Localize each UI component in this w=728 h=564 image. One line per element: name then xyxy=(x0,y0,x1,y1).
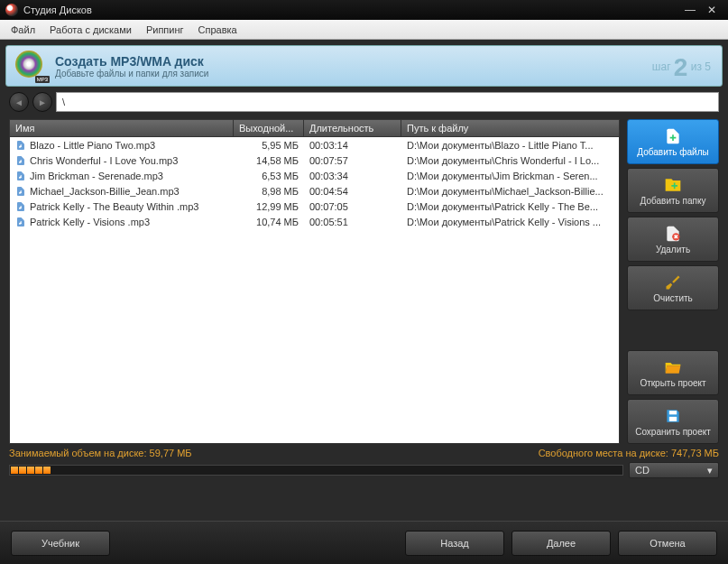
path-row: ◄ ► xyxy=(9,92,719,112)
nav-forward-button[interactable]: ► xyxy=(32,92,52,112)
music-file-icon xyxy=(15,171,26,181)
file-row[interactable]: Michael_Jackson-Billie_Jean.mp38,98 МБ00… xyxy=(10,183,619,199)
file-path: D:\Мои документы\Jim Brickman - Seren... xyxy=(401,171,619,181)
file-name: Michael_Jackson-Billie_Jean.mp3 xyxy=(30,186,180,197)
open-project-button[interactable]: Открыть проект xyxy=(627,350,719,395)
music-file-icon xyxy=(15,186,26,197)
col-header-name[interactable]: Имя xyxy=(10,120,234,136)
menu-help[interactable]: Справка xyxy=(191,22,244,38)
next-button[interactable]: Далее xyxy=(511,531,611,556)
file-plus-icon xyxy=(664,127,682,145)
titlebar: Студия Дисков — ✕ xyxy=(0,0,728,20)
file-path: D:\Мои документы\Patrick Kelly - The Be.… xyxy=(401,201,619,212)
music-file-icon xyxy=(15,201,26,212)
file-pane: Имя Выходной... Длительность Путь к файл… xyxy=(9,119,620,444)
banner-title: Создать MP3/WMA диск xyxy=(55,54,208,69)
file-name: Jim Brickman - Serenade.mp3 xyxy=(30,171,163,181)
file-row[interactable]: Chris Wonderful - I Love You.mp314,58 МБ… xyxy=(10,153,619,168)
folder-plus-icon xyxy=(664,176,682,194)
free-space: Свободного места на диске: 747,73 МБ xyxy=(539,448,719,458)
broom-icon xyxy=(664,273,682,291)
file-row[interactable]: Patrick Kelly - Visions .mp310,74 МБ00:0… xyxy=(10,214,619,229)
minimize-button[interactable]: — xyxy=(679,4,701,16)
capacity-bar xyxy=(9,465,623,476)
file-duration: 00:07:05 xyxy=(304,201,401,212)
file-size: 12,99 МБ xyxy=(234,201,304,212)
svg-rect-2 xyxy=(669,416,677,421)
file-size: 8,98 МБ xyxy=(234,186,304,197)
back-button[interactable]: Назад xyxy=(405,531,504,556)
status-bar: Занимаемый объем на диске: 59,77 МБ Своб… xyxy=(9,448,719,458)
file-size: 14,58 МБ xyxy=(234,155,304,166)
used-space: Занимаемый объем на диске: 59,77 МБ xyxy=(9,448,192,458)
chevron-down-icon: ▾ xyxy=(707,465,713,476)
file-path: D:\Мои документы\Chris Wonderful - I Lo.… xyxy=(401,155,619,166)
col-header-path[interactable]: Путь к файлу xyxy=(401,120,619,136)
music-file-icon xyxy=(15,140,26,151)
music-file-icon xyxy=(15,155,26,166)
disc-icon: MP3 xyxy=(15,51,46,81)
tutorial-button[interactable]: Учебник xyxy=(11,531,110,556)
file-size: 5,95 МБ xyxy=(234,140,304,151)
file-duration: 00:03:34 xyxy=(304,171,401,181)
nav-back-button[interactable]: ◄ xyxy=(9,92,29,112)
cancel-button[interactable]: Отмена xyxy=(618,531,717,556)
file-name: Patrick Kelly - The Beauty Within .mp3 xyxy=(30,201,198,212)
menu-file[interactable]: Файл xyxy=(4,22,42,38)
disc-type-select[interactable]: CD ▾ xyxy=(629,462,719,478)
clear-button[interactable]: Очистить xyxy=(627,265,719,310)
file-delete-icon xyxy=(664,225,682,243)
file-duration: 00:03:14 xyxy=(304,140,401,151)
file-header: Имя Выходной... Длительность Путь к файл… xyxy=(9,119,620,137)
menubar: Файл Работа с дисками Риппинг Справка xyxy=(0,20,728,40)
app-logo-icon xyxy=(5,4,18,16)
file-size: 10,74 МБ xyxy=(234,217,304,227)
file-path: D:\Мои документы\Patrick Kelly - Visions… xyxy=(401,217,619,227)
footer: Учебник Назад Далее Отмена xyxy=(0,521,728,564)
file-row[interactable]: Patrick Kelly - The Beauty Within .mp312… xyxy=(10,199,619,214)
file-duration: 00:07:57 xyxy=(304,155,401,166)
file-name: Patrick Kelly - Visions .mp3 xyxy=(30,217,150,227)
save-project-button[interactable]: Сохранить проект xyxy=(627,399,719,444)
file-name: Chris Wonderful - I Love You.mp3 xyxy=(30,155,178,166)
save-icon xyxy=(664,407,682,425)
wizard-banner: MP3 Создать MP3/WMA диск Добавьте файлы … xyxy=(5,45,723,87)
add-folder-button[interactable]: Добавить папку xyxy=(627,168,719,213)
step-indicator: шаг 2 из 5 xyxy=(652,53,711,82)
file-row[interactable]: Blazo - Little Piano Two.mp35,95 МБ00:03… xyxy=(10,137,619,153)
music-file-icon xyxy=(15,217,26,227)
file-size: 6,53 МБ xyxy=(234,171,304,181)
delete-button[interactable]: Удалить xyxy=(627,217,719,262)
path-input[interactable] xyxy=(56,92,719,112)
svg-rect-1 xyxy=(669,411,677,414)
file-row[interactable]: Jim Brickman - Serenade.mp36,53 МБ00:03:… xyxy=(10,168,619,183)
col-header-duration[interactable]: Длительность xyxy=(304,120,401,136)
menu-ripping[interactable]: Риппинг xyxy=(139,22,191,38)
sidebar: Добавить файлы Добавить папку Удалить Оч… xyxy=(627,119,719,444)
file-name: Blazo - Little Piano Two.mp3 xyxy=(30,140,155,151)
file-duration: 00:05:51 xyxy=(304,217,401,227)
banner-subtitle: Добавьте файлы и папки для записи xyxy=(55,69,208,79)
menu-discs[interactable]: Работа с дисками xyxy=(42,22,139,38)
window-title: Студия Дисков xyxy=(23,5,92,15)
folder-open-icon xyxy=(664,358,682,376)
file-path: D:\Мои документы\Blazo - Little Piano T.… xyxy=(401,140,619,151)
file-path: D:\Мои документы\Michael_Jackson-Billie.… xyxy=(401,186,619,197)
close-button[interactable]: ✕ xyxy=(701,4,723,16)
file-duration: 00:04:54 xyxy=(304,186,401,197)
col-header-size[interactable]: Выходной... xyxy=(234,120,304,136)
file-list[interactable]: Blazo - Little Piano Two.mp35,95 МБ00:03… xyxy=(9,137,620,444)
add-files-button[interactable]: Добавить файлы xyxy=(627,119,719,164)
